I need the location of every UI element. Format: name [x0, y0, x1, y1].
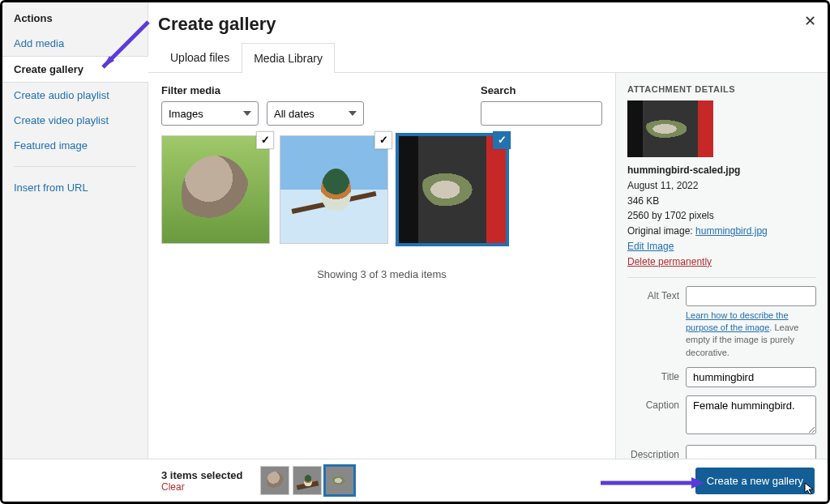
selected-count: 3 items selected [161, 469, 242, 481]
alt-text-label: Alt Text [627, 286, 679, 301]
clear-selection-link[interactable]: Clear [161, 481, 242, 493]
search-label: Search [481, 84, 602, 96]
tab-media-library[interactable]: Media Library [242, 43, 335, 73]
showing-count: Showing 3 of 3 media items [161, 268, 602, 280]
delete-permanently-link[interactable]: Delete permanently [627, 256, 712, 267]
attachment-filesize: 346 KB [627, 194, 816, 208]
sidebar-item-featured-image[interactable]: Featured image [2, 133, 148, 158]
check-icon[interactable]: ✓ [374, 131, 392, 149]
media-grid-area: Filter media Images All dates Search [148, 73, 615, 485]
caption-label: Caption [627, 395, 679, 411]
bird-image-1 [162, 136, 269, 243]
media-thumb-1[interactable]: ✓ [161, 135, 270, 244]
tab-upload-files[interactable]: Upload files [158, 42, 242, 72]
sidebar-item-create-video[interactable]: Create video playlist [2, 108, 148, 133]
search-input[interactable] [481, 101, 602, 126]
selected-thumbs [260, 466, 354, 495]
sidebar-item-add-media[interactable]: Add media [2, 31, 148, 56]
filter-media-label: Filter media [161, 84, 364, 96]
media-thumb-3[interactable]: ✓ [398, 135, 507, 244]
sidebar-heading: Actions [2, 12, 148, 31]
mini-thumb-3[interactable] [325, 466, 354, 495]
edit-image-link[interactable]: Edit Image [627, 241, 674, 252]
mini-thumb-1[interactable] [260, 466, 289, 495]
filter-date-select[interactable]: All dates [267, 101, 364, 126]
attachment-filename: hummingbird-scaled.jpg [627, 164, 816, 177]
actions-sidebar: Actions Add media Create gallery Create … [2, 2, 148, 459]
attachment-original-link[interactable]: hummingbird.jpg [695, 225, 768, 237]
close-icon[interactable]: ✕ [804, 12, 816, 30]
attachment-dimensions: 2560 by 1702 pixels [627, 209, 816, 223]
title-label: Title [627, 367, 679, 382]
attachment-original: Original image: hummingbird.jpg [627, 224, 816, 238]
sidebar-item-create-audio[interactable]: Create audio playlist [2, 83, 148, 108]
sidebar-item-create-gallery[interactable]: Create gallery [2, 56, 148, 83]
media-thumb-2[interactable]: ✓ [280, 135, 388, 244]
attachment-date: August 11, 2022 [627, 179, 816, 193]
attachment-preview [627, 100, 713, 157]
check-icon[interactable]: ✓ [493, 131, 511, 149]
filter-type-select[interactable]: Images [161, 101, 259, 126]
check-icon[interactable]: ✓ [256, 131, 274, 149]
attachment-details-panel: ATTACHMENT DETAILS hummingbird-scaled.jp… [615, 73, 828, 485]
title-input[interactable] [686, 367, 816, 387]
cursor-icon [803, 481, 816, 498]
create-gallery-button[interactable]: Create a new gallery [695, 468, 815, 494]
bird-image-3 [399, 136, 506, 243]
alt-text-hint: Learn how to describe the purpose of the… [686, 310, 816, 360]
modal-title: Create gallery [158, 14, 815, 35]
alt-text-input[interactable] [686, 286, 816, 306]
caption-input[interactable]: Female hummingbird. [686, 395, 816, 434]
bird-image-2 [280, 136, 387, 243]
sidebar-item-insert-url[interactable]: Insert from URL [2, 175, 148, 200]
attachment-details-heading: ATTACHMENT DETAILS [627, 84, 816, 94]
mini-thumb-2[interactable] [293, 466, 322, 495]
